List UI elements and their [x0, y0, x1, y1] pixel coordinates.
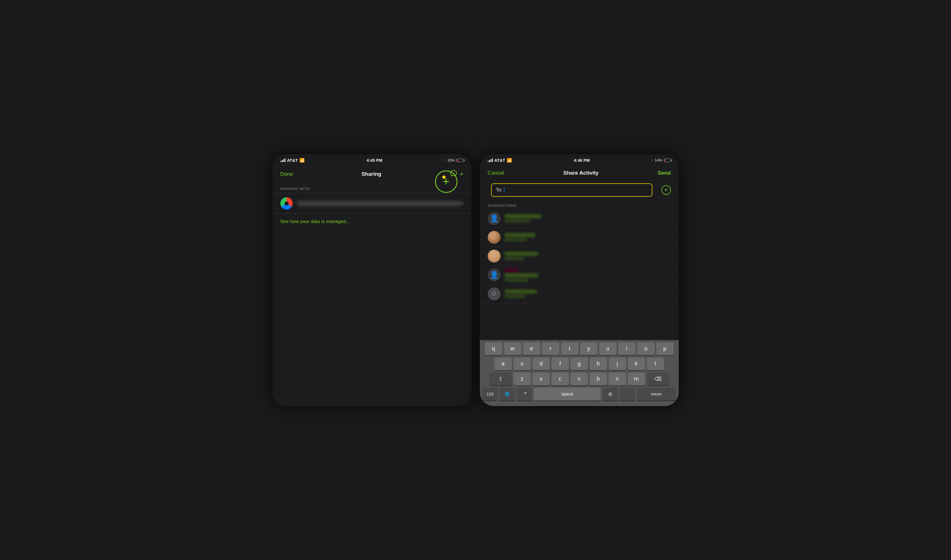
suggestion-detail-1 [505, 219, 530, 223]
location-icon-left: ↑ [444, 158, 446, 162]
carrier-left: AT&T [287, 158, 298, 163]
suggestion-detail-3 [505, 257, 524, 260]
signal-bar-r4 [492, 158, 493, 162]
send-button[interactable]: Send [658, 170, 671, 176]
return-key[interactable]: return [637, 388, 676, 400]
status-bar-right: AT&T 📶 4:46 PM ↑ 14% [480, 154, 679, 166]
chevron-right-icon: › [462, 201, 463, 206]
to-label: To: [496, 187, 503, 193]
suggestion-info-2 [505, 233, 535, 241]
keyboard: q w e r t y u i o p a s d f g [480, 340, 679, 406]
key-v[interactable]: v [571, 372, 588, 385]
status-bar-left: AT&T 📶 4:45 PM ↑ 15% [273, 154, 471, 166]
key-d[interactable]: d [533, 357, 550, 370]
suggestion-info-3 [505, 252, 538, 260]
key-m[interactable]: m [628, 372, 645, 385]
at-key[interactable]: @ [602, 388, 618, 400]
to-field-row: To: + [485, 181, 673, 199]
time-right: 4:46 PM [574, 158, 590, 163]
shift-key[interactable]: ⇧ [489, 372, 512, 385]
backspace-key[interactable]: ⌫ [647, 372, 669, 385]
key-k[interactable]: k [628, 357, 645, 370]
location-icon-right: ↑ [651, 158, 653, 162]
suggestion-name-2 [505, 233, 535, 237]
suggestion-info-4 [505, 268, 538, 282]
person-icon-4: 👤 [489, 271, 499, 279]
key-p[interactable]: p [656, 342, 674, 355]
key-w[interactable]: w [504, 342, 521, 355]
key-i[interactable]: i [618, 342, 636, 355]
key-g[interactable]: g [571, 357, 588, 370]
status-right-left: ↑ 15% [444, 158, 463, 162]
signal-bar-r1 [488, 161, 488, 162]
done-button[interactable]: Done [280, 171, 293, 177]
contact-name [297, 201, 462, 206]
battery-pct-right: 14% [655, 158, 662, 162]
suggestion-row-4[interactable]: 👤 [480, 266, 679, 285]
signal-bar-3 [283, 159, 284, 162]
big-plus-circle-button[interactable]: + [435, 171, 457, 193]
key-u[interactable]: u [599, 342, 616, 355]
status-left-right: AT&T 📶 [488, 158, 513, 163]
key-c[interactable]: c [551, 372, 569, 385]
key-z[interactable]: z [513, 372, 531, 385]
to-field[interactable]: To: [491, 183, 652, 197]
sharing-title: Sharing [361, 171, 381, 177]
signal-bar-2 [282, 160, 283, 162]
battery-right [664, 159, 671, 162]
suggestion-avatar-3 [488, 250, 500, 263]
key-n[interactable]: n [609, 372, 626, 385]
wifi-icon-left: 📶 [300, 158, 305, 163]
key-j[interactable]: j [609, 357, 626, 370]
period-key[interactable]: . [620, 388, 635, 400]
key-x[interactable]: x [533, 372, 550, 385]
mic-key[interactable]: 🎤 [517, 388, 532, 400]
status-left: AT&T 📶 [280, 158, 305, 163]
key-s[interactable]: s [513, 357, 531, 370]
key-l[interactable]: l [647, 357, 664, 370]
signal-bar-r3 [491, 159, 491, 162]
key-r[interactable]: r [542, 342, 559, 355]
space-key[interactable]: space [534, 388, 601, 400]
suggestion-row-5[interactable]: D [480, 285, 679, 303]
status-right-right: ↑ 14% [651, 158, 671, 162]
key-q[interactable]: q [485, 342, 502, 355]
suggestion-info-1 [505, 214, 541, 223]
key-e[interactable]: e [523, 342, 540, 355]
key-b[interactable]: b [590, 372, 607, 385]
suggestion-name-1 [505, 214, 541, 218]
battery-left [457, 159, 463, 162]
globe-key[interactable]: 🌐 [499, 388, 515, 400]
suggestion-row-2[interactable] [480, 228, 679, 247]
plus-icon-nav[interactable]: + [460, 171, 463, 178]
share-activity-title: Share Activity [563, 170, 599, 176]
key-a[interactable]: a [494, 357, 512, 370]
signal-bars-left [280, 158, 286, 162]
key-t[interactable]: t [561, 342, 579, 355]
text-cursor [504, 187, 505, 193]
suggestion-row-3[interactable] [480, 247, 679, 266]
contact-avatar [280, 197, 293, 209]
suggestion-detail-2 [505, 238, 527, 241]
key-h[interactable]: h [590, 357, 607, 370]
avatar-letter-d: D [492, 291, 496, 297]
battery-pct-left: 15% [447, 158, 455, 162]
signal-bars-right [488, 158, 493, 162]
signal-bar-4 [285, 158, 286, 162]
cancel-button[interactable]: Cancel [488, 170, 504, 176]
key-o[interactable]: o [637, 342, 655, 355]
suggestions-label: SUGGESTIONS [480, 201, 679, 209]
right-phone: AT&T 📶 4:46 PM ↑ 14% Cancel Share Activi… [480, 154, 679, 406]
signal-bar-1 [280, 161, 281, 162]
data-managed-link[interactable]: See how your data is managed... [273, 214, 471, 229]
suggestion-name-4 [505, 268, 519, 272]
suggestion-row-1[interactable]: 👤 [480, 209, 679, 228]
add-contact-button[interactable]: + [661, 185, 671, 195]
suggestion-detail-4 [505, 278, 528, 282]
time-left: 4:45 PM [367, 158, 383, 163]
num-key[interactable]: 123 [482, 388, 498, 400]
key-y[interactable]: y [580, 342, 597, 355]
key-f[interactable]: f [551, 357, 569, 370]
sharing-row[interactable]: › [273, 193, 471, 214]
suggestion-avatar-5: D [488, 288, 500, 300]
